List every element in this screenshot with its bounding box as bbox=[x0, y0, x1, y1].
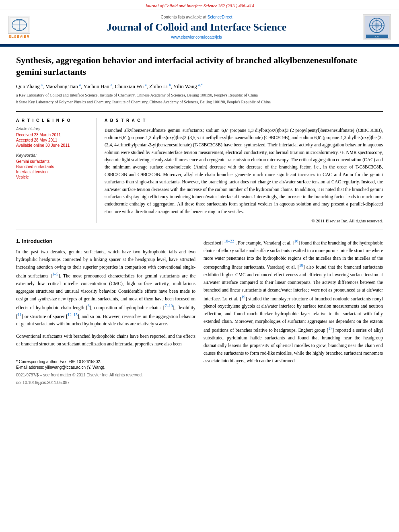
contents-text: Contents lists available at bbox=[161, 15, 206, 19]
elsevier-brand-text: ELSEVIER bbox=[8, 35, 30, 39]
section-name: Introduction bbox=[22, 238, 52, 244]
intro-paragraph-1: In the past two decades, gemini surfacta… bbox=[16, 248, 195, 328]
paper-title: Synthesis, aggregation behavior and inte… bbox=[16, 55, 383, 78]
section-num: 1. bbox=[16, 238, 21, 244]
ref-18: 18 bbox=[299, 263, 303, 267]
received-date: Received 23 March 2011 bbox=[16, 133, 90, 137]
issn-line: 0021-9797/$ – see front matter © 2011 El… bbox=[16, 373, 195, 377]
sciencedirect-bar: Contents lists available at ScienceDirec… bbox=[30, 15, 363, 19]
ref-1-5: 1–5 bbox=[52, 272, 58, 276]
ref-16: 16 bbox=[294, 239, 298, 243]
copyright-line: © 2011 Elsevier Inc. All rights reserved… bbox=[105, 218, 383, 223]
affiliation-b: b State Key Laboratory of Polymer Physic… bbox=[16, 99, 383, 105]
journal-title: Journal of Colloid and Interface Science bbox=[30, 21, 363, 33]
authors-text: Qun Zhang a, Maozhang Tian a, Yuchun Han… bbox=[16, 83, 203, 89]
authors-line: Qun Zhang a, Maozhang Tian a, Yuchun Han… bbox=[16, 82, 383, 89]
doi-line: doi:10.1016/j.jcis.2011.05.087 bbox=[16, 380, 195, 385]
journal-logo-image: JCIS bbox=[363, 14, 391, 40]
svg-text:JCIS: JCIS bbox=[374, 35, 379, 38]
footnote-section: * Corresponding author. Fax: +86 10 8261… bbox=[16, 356, 195, 385]
sciencedirect-link[interactable]: ScienceDirect bbox=[208, 15, 232, 19]
section-1-title: 1. Introduction bbox=[16, 238, 195, 244]
journal-header: ELSEVIER Contents lists available at Sci… bbox=[0, 10, 399, 45]
body-content: 1. Introduction In the past two decades,… bbox=[16, 238, 383, 385]
keyword-3: Interfacial tension bbox=[16, 170, 90, 174]
elsevier-logo-image bbox=[8, 16, 30, 34]
article-info-panel: A R T I C L E I N F O Article history: R… bbox=[16, 118, 97, 224]
journal-reference-text: Journal of Colloid and Interface Science… bbox=[145, 3, 254, 8]
main-content: Synthesis, aggregation behavior and inte… bbox=[0, 47, 399, 393]
ref-17: 17 bbox=[328, 326, 332, 331]
abstract-heading: A B S T R A C T bbox=[105, 118, 383, 123]
keywords-heading: Keywords: bbox=[16, 153, 90, 158]
body-left-column: 1. Introduction In the past two decades,… bbox=[16, 238, 195, 385]
history-label: Article history: bbox=[16, 127, 90, 131]
elsevier-logo-section: ELSEVIER bbox=[8, 16, 30, 39]
abstract-text: Branched alkylbenzenesulfonate gemini su… bbox=[105, 127, 383, 216]
journal-url: www.elsevier.com/locate/jcis bbox=[30, 35, 363, 39]
ref-7-10: 7–10 bbox=[165, 304, 173, 308]
footnote-email: E-mail address: yilinwang@iccas.ac.cn (Y… bbox=[16, 365, 195, 370]
journal-title-section: Contents lists available at ScienceDirec… bbox=[30, 15, 363, 39]
ref-12-15: 12–15 bbox=[68, 312, 78, 317]
keywords-section: Keywords: Gemini surfactants Branched su… bbox=[16, 153, 90, 179]
article-info-heading: A R T I C L E I N F O bbox=[16, 118, 90, 123]
journal-reference-bar: Journal of Colloid and Interface Science… bbox=[0, 0, 399, 10]
keyword-1: Gemini surfactants bbox=[16, 159, 90, 164]
article-info-abstract-section: A R T I C L E I N F O Article history: R… bbox=[16, 111, 383, 230]
right-col-text: described [16–22]. For example, Varadara… bbox=[204, 238, 383, 365]
elsevier-logo: ELSEVIER bbox=[8, 16, 30, 39]
intro-paragraph-2: Conventional surfactants with branched h… bbox=[16, 333, 195, 348]
ref-19: 19 bbox=[241, 295, 245, 299]
ref-6: 6 bbox=[88, 304, 90, 308]
body-right-column: described [16–22]. For example, Varadara… bbox=[204, 238, 383, 385]
ref-11: 11 bbox=[18, 312, 22, 317]
keyword-4: Vesicle bbox=[16, 175, 90, 179]
accepted-date: Accepted 28 May 2011 bbox=[16, 138, 90, 142]
affiliation-a: a Key Laboratory of Colloid and Interfac… bbox=[16, 92, 383, 98]
footnote-corresponding: * Corresponding author. Fax: +86 10 8261… bbox=[16, 359, 195, 364]
abstract-panel: A B S T R A C T Branched alkylbenzenesul… bbox=[105, 118, 383, 224]
available-date: Available online 30 June 2011 bbox=[16, 143, 90, 148]
ref-16-22: 16–22 bbox=[224, 239, 234, 243]
affiliations: a Key Laboratory of Colloid and Interfac… bbox=[16, 92, 383, 105]
keyword-2: Branched surfactants bbox=[16, 164, 90, 169]
